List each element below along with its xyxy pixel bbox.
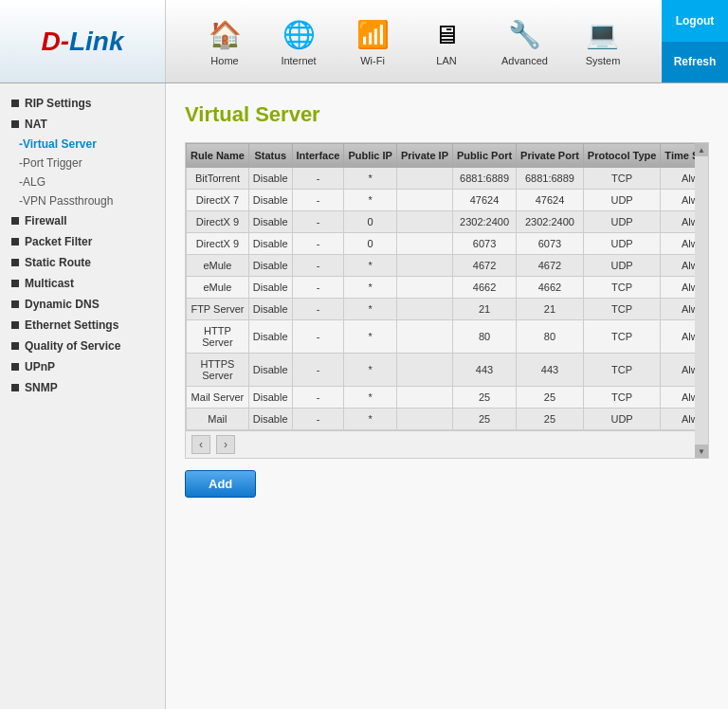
sidebar-label: Dynamic DNS bbox=[25, 298, 100, 311]
refresh-button[interactable]: Refresh bbox=[662, 42, 728, 83]
col-header: Rule Name bbox=[187, 144, 249, 168]
nav-item-advanced[interactable]: 🔧 Advanced bbox=[488, 11, 561, 72]
scroll-up-arrow[interactable]: ▲ bbox=[695, 143, 708, 156]
table-cell: 2302:2400 bbox=[453, 211, 517, 233]
sidebar-bullet bbox=[11, 321, 19, 329]
col-header: Protocol Type bbox=[583, 144, 661, 168]
table-cell: 6073 bbox=[453, 233, 517, 255]
nav-label-internet: Internet bbox=[281, 55, 316, 66]
table-row: DirectX 7Disable-*4762447624UDPAlway bbox=[187, 190, 709, 211]
sidebar-bullet bbox=[11, 363, 19, 371]
sidebar-item-alg[interactable]: -ALG bbox=[0, 173, 165, 191]
sidebar-item-ethernet-settings[interactable]: Ethernet Settings bbox=[0, 315, 165, 336]
sidebar-item-static-route[interactable]: Static Route bbox=[0, 252, 165, 273]
table-cell: BitTorrent bbox=[187, 168, 249, 190]
table-cell: 443 bbox=[453, 354, 517, 387]
table-cell: * bbox=[344, 168, 396, 190]
sidebar-item-packet-filter[interactable]: Packet Filter bbox=[0, 231, 165, 252]
sidebar-item-multicast[interactable]: Multicast bbox=[0, 273, 165, 294]
sidebar-item-virtual-server[interactable]: -Virtual Server bbox=[0, 135, 165, 154]
table-cell: 4662 bbox=[517, 277, 584, 299]
nav-item-lan[interactable]: 🖥 LAN bbox=[414, 11, 479, 72]
table-scroll-area[interactable]: Rule NameStatusInterfacePublic IPPrivate… bbox=[186, 143, 708, 430]
table-cell: Disable bbox=[248, 255, 292, 277]
scrollbar-right[interactable]: ▲ ▼ bbox=[695, 143, 708, 458]
table-cell: * bbox=[344, 320, 396, 354]
table-cell: * bbox=[344, 277, 396, 299]
col-header: Public IP bbox=[344, 144, 396, 168]
table-cell: TCP bbox=[583, 277, 661, 299]
logo-dash: D- bbox=[41, 27, 69, 56]
scroll-down-arrow[interactable]: ▼ bbox=[695, 445, 708, 458]
sidebar-label: Quality of Service bbox=[25, 339, 120, 353]
logo: D-Link bbox=[41, 27, 123, 57]
table-cell: - bbox=[292, 354, 344, 387]
table-cell: DirectX 9 bbox=[187, 233, 249, 255]
table-cell: - bbox=[292, 320, 344, 354]
table-cell bbox=[396, 277, 452, 299]
sidebar-label: Ethernet Settings bbox=[25, 318, 118, 332]
table-cell: 0 bbox=[344, 233, 396, 255]
sidebar-bullet bbox=[11, 342, 19, 350]
table-cell: 4662 bbox=[453, 277, 517, 299]
nav-label-system: System bbox=[586, 55, 621, 66]
table-cell: FTP Server bbox=[187, 299, 249, 320]
table-row: BitTorrentDisable-*6881:68896881:6889TCP… bbox=[187, 168, 709, 190]
table-cell: 80 bbox=[453, 320, 517, 354]
table-cell: - bbox=[292, 168, 344, 190]
table-row: HTTP ServerDisable-*8080TCPAlway bbox=[187, 320, 709, 354]
nav-item-system[interactable]: 💻 System bbox=[571, 11, 635, 72]
table-cell: 21 bbox=[453, 299, 517, 320]
table-cell: 2302:2400 bbox=[517, 211, 584, 233]
nav-item-internet[interactable]: 🌐 Internet bbox=[266, 11, 331, 72]
nav-item-wifi[interactable]: 📶 Wi-Fi bbox=[340, 11, 405, 72]
page-title: Virtual Server bbox=[185, 102, 709, 127]
nav-item-home[interactable]: 🏠 Home bbox=[192, 11, 257, 72]
logout-button[interactable]: Logout bbox=[662, 0, 728, 42]
sidebar-item-firewall[interactable]: Firewall bbox=[0, 210, 165, 231]
sidebar-item-quality-of-service[interactable]: Quality of Service bbox=[0, 336, 165, 356]
logo-area: D-Link bbox=[0, 0, 166, 82]
nav-label-advanced: Advanced bbox=[501, 55, 548, 66]
sidebar-label: Firewall bbox=[25, 214, 67, 227]
table-cell: Disable bbox=[248, 409, 292, 430]
scroll-left-arrow[interactable]: ‹ bbox=[191, 435, 210, 454]
table-cell: 80 bbox=[517, 320, 584, 354]
table-cell: Disable bbox=[248, 387, 292, 409]
table-cell: 443 bbox=[517, 354, 584, 387]
add-button[interactable]: Add bbox=[185, 470, 256, 498]
table-cell: HTTPS Server bbox=[187, 354, 249, 387]
table-cell: Disable bbox=[248, 168, 292, 190]
sidebar-label: Static Route bbox=[25, 256, 91, 269]
sidebar-item-vpn-passthrough[interactable]: -VPN Passthrough bbox=[0, 191, 165, 210]
col-header: Private Port bbox=[517, 144, 584, 168]
table-cell: UDP bbox=[583, 190, 661, 211]
sidebar-bullet bbox=[11, 238, 19, 245]
table-cell: TCP bbox=[583, 168, 661, 190]
table-cell bbox=[396, 409, 452, 430]
content: Virtual Server Rule NameStatusInterfaceP… bbox=[166, 83, 728, 709]
table-cell: * bbox=[344, 354, 396, 387]
table-cell: - bbox=[292, 277, 344, 299]
sidebar-label: Packet Filter bbox=[25, 235, 92, 248]
table-cell: * bbox=[344, 387, 396, 409]
sidebar-item-nat[interactable]: NAT bbox=[0, 114, 165, 135]
sidebar-label: SNMP bbox=[25, 381, 58, 394]
sidebar-item-upnp[interactable]: UPnP bbox=[0, 356, 165, 377]
sidebar-item-snmp[interactable]: SNMP bbox=[0, 377, 165, 398]
table-cell bbox=[396, 299, 452, 320]
table-cell: Mail Server bbox=[187, 387, 249, 409]
table-cell: * bbox=[344, 190, 396, 211]
sidebar-item-port-trigger[interactable]: -Port Trigger bbox=[0, 154, 165, 173]
scroll-right-arrow[interactable]: › bbox=[216, 435, 235, 454]
sidebar-bullet bbox=[11, 384, 19, 391]
sidebar-item-dynamic-dns[interactable]: Dynamic DNS bbox=[0, 294, 165, 315]
sidebar-label: NAT bbox=[25, 118, 47, 131]
sidebar-label: Multicast bbox=[25, 277, 74, 290]
table-cell: 25 bbox=[453, 409, 517, 430]
sidebar-item-rip-settings[interactable]: RIP Settings bbox=[0, 93, 165, 114]
table-cell: 21 bbox=[517, 299, 584, 320]
table-cell: TCP bbox=[583, 299, 661, 320]
table-cell: UDP bbox=[583, 409, 661, 430]
sidebar-bullet bbox=[11, 217, 19, 225]
